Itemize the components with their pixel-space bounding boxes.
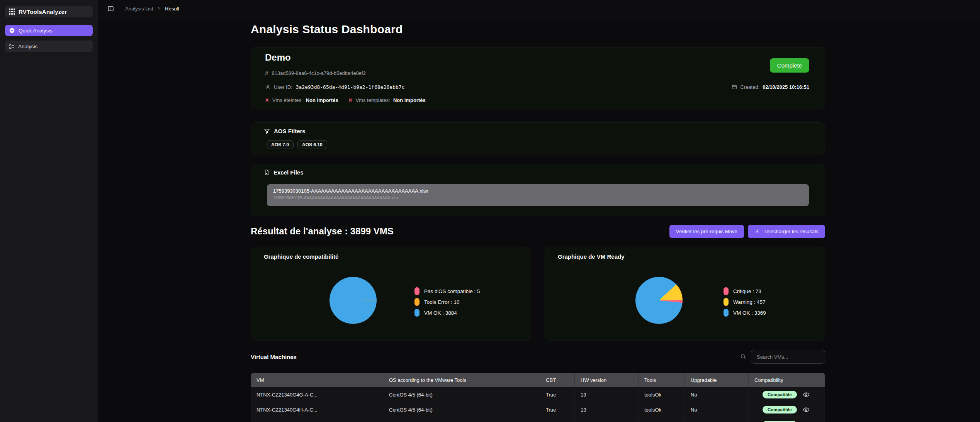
cell-tools: toolsOk: [639, 402, 685, 417]
compatibility-badge: Compatible: [763, 391, 797, 398]
chart-legend: Pas d'OS compatible : 5Tools Error : 10V…: [414, 287, 480, 317]
filter-funnel-icon: [264, 128, 270, 134]
legend-swatch: [414, 298, 420, 306]
plus-circle-icon: [9, 27, 15, 34]
excel-file-name: 1759393030105-AAAAAAAAAAAAAAAAAAAAAAAAAA…: [273, 188, 803, 194]
cell-os: CentOS 4/5 (64-bit): [383, 387, 540, 402]
legend-label: Tools Error : 10: [424, 299, 460, 305]
x-icon: ✕: [265, 98, 269, 103]
compatibility-badge: Compatible: [763, 406, 797, 414]
aos-filters-card: AOS Filters AOS 7.0AOS 6.10: [251, 122, 825, 154]
breadcrumb-result: Result: [165, 6, 179, 12]
legend-item: Tools Error : 10: [414, 298, 480, 306]
chart-legend: Critique : 73Warning : 457VM OK : 3369: [724, 287, 766, 317]
cell-tools: toolsOk: [639, 387, 685, 402]
analysis-summary-card: Demo # 813ad589-8aa6-4c1c-a79d-b5edba4e8…: [251, 47, 825, 109]
cell-os: [383, 417, 540, 422]
breadcrumb-analysis-list[interactable]: Analysis List: [125, 6, 153, 12]
sidebar-toggle-button[interactable]: [107, 5, 114, 12]
status-badge[interactable]: Complete: [770, 58, 809, 73]
excel-files-header: Excel Files: [264, 169, 304, 176]
chevron-right-icon: >: [158, 6, 160, 11]
cell-compatibility: Compatible: [749, 417, 825, 422]
sidebar-item-label: Analysis: [18, 44, 37, 49]
analysis-uuid-row: # 813ad589-8aa6-4c1c-a79d-b5edba4e8ef2: [265, 69, 366, 76]
user-icon: [265, 84, 270, 90]
vm-ready-pie-chart: [635, 277, 683, 324]
cell-vm: [251, 417, 383, 422]
analysis-uuid: 813ad589-8aa6-4c1c-a79d-b5edba4e8ef2: [272, 70, 366, 76]
grid-logo-icon: [9, 8, 15, 15]
layout-list-icon: [9, 44, 15, 49]
legend-swatch: [414, 309, 420, 317]
x-icon: ✕: [348, 98, 352, 103]
created-row: Created: 02/10/2025 10:16:51: [732, 83, 809, 90]
cell-hw: [575, 417, 639, 422]
legend-label: Warning : 457: [733, 299, 766, 305]
compatibility-pie-chart: [329, 277, 377, 324]
cell-tools: [639, 417, 685, 422]
cell-cbt: True: [540, 402, 575, 417]
sidebar-nav: Quick Analysis Analysis: [5, 25, 93, 52]
legend-label: Pas d'OS compatible : 5: [424, 288, 480, 294]
verify-prereqs-button[interactable]: Vérifier les pré-requis Move: [669, 225, 744, 238]
aos-filters-title: AOS Filters: [274, 128, 306, 134]
legend-label: Critique : 73: [733, 288, 761, 294]
page-title: Analysis Status Dashboard: [251, 23, 403, 36]
content: Analysis Status Dashboard Demo # 813ad58…: [251, 17, 825, 422]
aos-filter-chip: AOS 7.0: [267, 140, 294, 149]
cell-hw: 13: [575, 402, 639, 417]
analysis-name: Demo: [265, 52, 291, 63]
excel-files-card: Excel Files 1759393030105-AAAAAAAAAAAAAA…: [251, 164, 825, 215]
eye-icon: [803, 391, 810, 398]
download-results-button[interactable]: Télécharger les résultats: [748, 225, 825, 238]
legend-item: VM OK : 3884: [414, 309, 480, 317]
cell-upgradable: No: [685, 402, 749, 417]
vm-table: VMOS according to the VMware ToolsCBTHW …: [251, 373, 825, 422]
column-header: HW version: [575, 373, 639, 387]
excel-file-item[interactable]: 1759393030105-AAAAAAAAAAAAAAAAAAAAAAAAAA…: [267, 184, 809, 206]
sidebar-item-quick-analysis[interactable]: Quick Analysis: [5, 25, 93, 36]
legend-label: VM OK : 3884: [424, 310, 457, 316]
hash-icon: #: [265, 70, 268, 76]
vm-section-title: Virtual Machines: [251, 354, 297, 360]
cell-vm: NTNX-CZ21340G4G-A-C...: [251, 387, 383, 402]
eye-icon: [803, 406, 810, 413]
download-results-label: Télécharger les résultats: [764, 229, 819, 234]
results-actions: Vérifier les pré-requis Move Télécharger…: [669, 225, 825, 238]
search-input[interactable]: [751, 350, 825, 364]
calendar-icon: [732, 84, 737, 90]
sidebar-item-analysis[interactable]: Analysis: [5, 41, 93, 52]
vms-templates-value: Non importés: [393, 97, 426, 103]
legend-item: VM OK : 3369: [724, 309, 766, 317]
brand-name: RVToolsAnalyzer: [19, 8, 67, 15]
cell-os: CentOS 4/5 (64-bit): [383, 402, 540, 417]
cell-vm: NTNX-CZ21340G4H-A-C...: [251, 402, 383, 417]
cell-upgradable: [685, 417, 749, 422]
breadcrumb: Analysis List > Result: [125, 6, 179, 12]
cell-compatibility: Compatible: [749, 387, 825, 402]
created-label: Created:: [740, 84, 759, 90]
cell-hw: 13: [575, 387, 639, 402]
sidebar: RVToolsAnalyzer Quick Analysis Analysis: [0, 0, 98, 422]
results-title: Résultat de l'analyse : 3899 VMS: [251, 226, 394, 237]
view-vm-button[interactable]: [803, 391, 810, 398]
legend-item: Warning : 457: [724, 298, 766, 306]
view-vm-button[interactable]: [803, 406, 810, 413]
excel-file-subtitle: 1759393030105-AAAAAAAAAAAAAAAAAAAAAAAAAA…: [273, 195, 803, 200]
column-header: VM: [251, 373, 383, 387]
column-header: Tools: [639, 373, 685, 387]
created-value: 02/10/2025 10:16:51: [763, 84, 809, 90]
topbar: Analysis List > Result: [98, 0, 980, 17]
column-header: Compatibility: [749, 373, 825, 387]
vms-off-group: ✕ Vms éteintes: Non importés: [265, 97, 338, 103]
table-row: NTNX-CZ21340G4G-A-C...CentOS 4/5 (64-bit…: [251, 387, 825, 402]
aos-filters-header: AOS Filters: [264, 128, 306, 134]
sidebar-item-label: Quick Analysis: [19, 28, 53, 34]
download-icon: [754, 229, 760, 234]
results-header-row: Résultat de l'analyse : 3899 VMS Vérifie…: [251, 224, 825, 239]
vms-off-label: Vms éteintes:: [272, 97, 303, 103]
column-header: Upgradable: [685, 373, 749, 387]
user-id-row: User ID: 3a2e93d8-65da-4d91-b9a2-1f68e26…: [265, 83, 404, 90]
compatibility-chart-card: Graphique de compatibilité Pas d'OS comp…: [251, 247, 531, 341]
